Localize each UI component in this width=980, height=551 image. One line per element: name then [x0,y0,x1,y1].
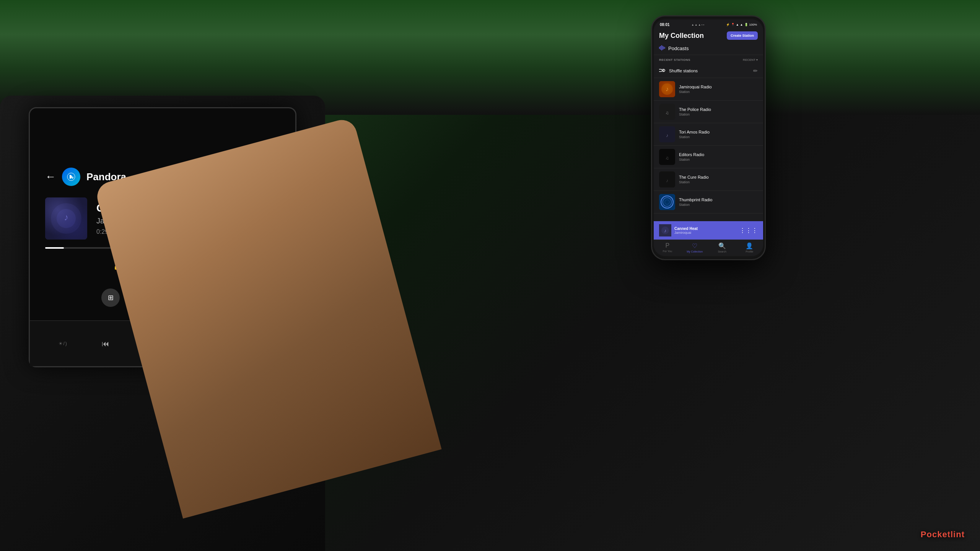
svg-text:♫: ♫ [666,110,669,116]
station-list: Shuffle stations ✏ ♪ Jamiroquai Radio St… [654,64,763,221]
status-time: 08:01 [660,23,670,27]
now-playing-menu-icon[interactable]: ⋮⋮⋮ [739,227,758,234]
station-name: The Police Radio [679,107,758,112]
station-name: Tori Amos Radio [679,130,758,134]
station-type: Station [679,112,758,116]
svg-point-3 [57,209,76,228]
profile-label: Profile [746,250,753,253]
nav-profile[interactable]: 👤 Profile [736,240,763,256]
station-info: Jamiroquai Radio Station [679,85,758,94]
station-name: Jamiroquai Radio [679,85,758,89]
svg-rect-12 [665,47,665,49]
station-type: Station [679,135,758,139]
shuffle-row[interactable]: Shuffle stations ✏ [654,64,763,78]
svg-point-14 [661,83,673,95]
status-bar: 08:01 ▲ ▲ ▲ • • ⚡ 📍 ▲ ▲ 🔋 100% [654,20,763,28]
phone-device: 08:01 ▲ ▲ ▲ • • ⚡ 📍 ▲ ▲ 🔋 100% My Collec… [651,15,766,260]
watermark-accent: lint [951,530,965,539]
svg-rect-13 [659,81,675,97]
sort-label: RECENT [743,58,755,62]
svg-rect-1 [45,197,87,240]
station-item[interactable]: ♪ Jamiroquai Radio Station [654,78,763,101]
edit-icon[interactable]: ✏ [753,68,758,74]
station-item[interactable]: ♪ The Cure Radio Station [654,168,763,191]
station-items: ♪ Jamiroquai Radio Station ♫ The Police … [654,78,763,214]
now-playing-thumb: ♪ [659,224,671,236]
station-item[interactable]: ♪ Tori Amos Radio Station [654,123,763,146]
station-item[interactable]: ♫ The Police Radio Station [654,101,763,123]
station-name: Editors Radio [679,152,758,157]
collection-label: My Collection [687,250,703,253]
station-thumbnail: ♫ [659,149,675,165]
brightness-icon[interactable]: ☀/) [59,341,68,346]
svg-point-27 [665,200,669,204]
bottom-nav: P For You ♡ My Collection 🔍 Search 👤 Pro… [654,240,763,256]
profile-icon: 👤 [746,242,753,249]
svg-text:♫: ♫ [666,155,669,161]
svg-text:♪: ♪ [666,133,668,138]
station-type: Station [679,180,758,184]
station-thumbnail: ♪ [659,81,675,97]
nav-my-collection[interactable]: ♡ My Collection [681,240,709,256]
recent-stations-header: RECENT STATIONS RECENT ▾ [654,55,763,64]
station-thumbnail: ♫ [659,104,675,120]
now-playing-artist: Jamiroquai [674,231,736,235]
svg-rect-10 [663,46,663,50]
search-icon: 🔍 [718,242,726,249]
nav-for-you[interactable]: P For You [654,240,681,256]
svg-point-25 [661,196,673,208]
shuffle-label: Shuffle stations [669,68,698,73]
battery-percent: 100% [749,23,757,26]
svg-rect-8 [660,46,661,50]
svg-rect-24 [659,194,675,210]
station-info: The Police Radio Station [679,107,758,116]
status-right-icons: ⚡ 📍 ▲ ▲ 🔋 100% [726,23,757,26]
svg-rect-7 [659,47,660,49]
svg-rect-9 [661,45,662,51]
prev-track-button[interactable]: ⏮ [102,339,109,348]
svg-text:♪: ♪ [664,228,666,233]
station-item[interactable]: ♫ Editors Radio Station [654,146,763,168]
chevron-down-icon: ▾ [756,58,758,62]
shuffle-icon [659,68,665,74]
svg-text:♪: ♪ [64,212,68,222]
now-playing-bar[interactable]: ♪ Canned Heat Jamiroquai ⋮⋮⋮ [654,221,763,240]
station-info: Tori Amos Radio Station [679,130,758,139]
podcasts-label: Podcasts [668,46,689,51]
signal-icon: ▲ [740,23,743,26]
notification-icons: ▲ ▲ ▲ • • [691,23,704,26]
wifi-icon: ▲ [736,23,739,26]
station-thumbnail: ♪ [659,126,675,142]
station-item[interactable]: Thumbprint Radio Station [654,191,763,214]
car-album-art: ♪ [45,197,87,240]
station-info: Thumbprint Radio Station [679,197,758,207]
now-playing-info: Canned Heat Jamiroquai [674,227,736,235]
station-type: Station [679,90,758,94]
back-button[interactable]: ← [45,171,56,183]
nav-search[interactable]: 🔍 Search [708,240,736,256]
pandora-app-icon [62,168,80,186]
station-name: Thumbprint Radio [679,197,758,202]
station-type: Station [679,158,758,161]
svg-text:♪: ♪ [666,86,669,92]
location-icon: 📍 [731,23,735,26]
grid-icon[interactable]: ⊞ [101,289,120,307]
search-label: Search [718,250,726,253]
bluetooth-icon: ⚡ [726,23,730,26]
sort-button[interactable]: RECENT ▾ [743,58,758,62]
page-title: My Collection [659,32,704,40]
svg-point-2 [51,203,81,234]
status-notch: ▲ ▲ ▲ • • [691,23,704,26]
podcasts-row[interactable]: Podcasts [654,42,763,55]
for-you-label: For You [663,250,672,253]
create-station-button[interactable]: Create Station [727,31,758,40]
now-playing-track: Canned Heat [674,227,736,231]
station-info: Editors Radio Station [679,152,758,161]
svg-text:♪: ♪ [666,178,668,183]
podcasts-waveform-icon [659,45,665,52]
station-type: Station [679,203,758,207]
for-you-icon: P [665,242,669,249]
station-thumbnail: ♪ [659,171,675,187]
battery-icon: 🔋 [744,23,748,26]
collection-icon: ♡ [692,242,697,249]
